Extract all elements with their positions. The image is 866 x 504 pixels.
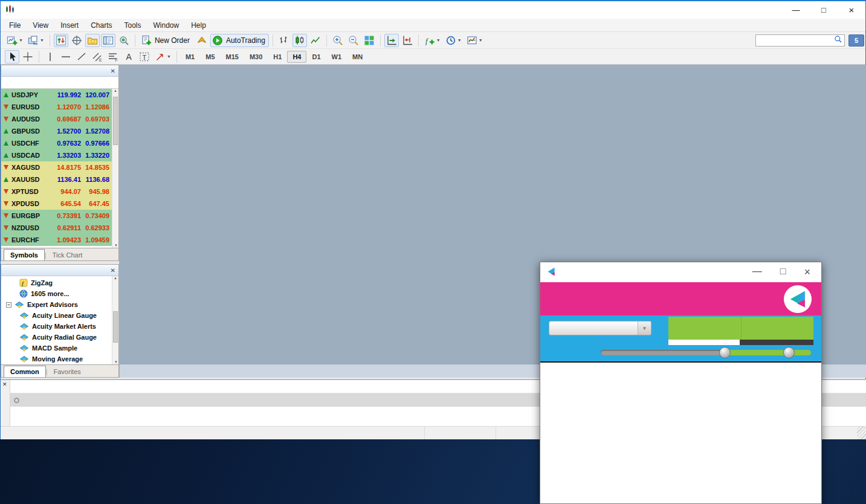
text-tool[interactable]: A: [121, 50, 136, 63]
horizontal-line-tool[interactable]: [59, 50, 73, 63]
templates-button[interactable]: ▼: [465, 34, 485, 47]
autoscroll-button[interactable]: [384, 34, 399, 47]
profiles-button[interactable]: ▼: [26, 34, 46, 47]
menu-help[interactable]: Help: [185, 19, 212, 31]
menu-window[interactable]: Window: [147, 19, 186, 31]
tab-common[interactable]: Common: [4, 366, 46, 377]
market-watch-row[interactable]: EURCHF1.094231.09459: [1, 234, 118, 246]
market-watch-scrollbar[interactable]: ▲▼: [112, 89, 118, 248]
cursor-tool[interactable]: [5, 50, 19, 63]
ask-cell: 1136.68: [81, 176, 111, 183]
menu-insert[interactable]: Insert: [54, 19, 85, 31]
navigator-item-macd-sample[interactable]: MACD Sample: [1, 343, 118, 354]
market-watch-row[interactable]: XAGUSD14.817514.8535: [1, 161, 118, 173]
search-box: [755, 34, 845, 47]
market-watch-row[interactable]: USDJPY119.992120.007: [1, 89, 118, 101]
resize-grip[interactable]: [857, 427, 866, 439]
tab-intraday[interactable]: [742, 317, 814, 340]
market-watch-row[interactable]: AUDUSD0.696870.69703: [1, 113, 118, 125]
tab-symbols[interactable]: Symbols: [4, 249, 45, 260]
confidence-slider[interactable]: [601, 347, 811, 359]
slider-handle-high[interactable]: [783, 347, 795, 358]
navigator-item-acuity-market-alerts[interactable]: Acuity Market Alerts: [1, 321, 118, 332]
trendline-tool[interactable]: [74, 50, 89, 63]
navigator-item-moving-average[interactable]: Moving Average: [1, 354, 118, 364]
timeframe-h4[interactable]: H4: [287, 51, 306, 63]
indicators-button[interactable]: f▼: [422, 34, 442, 47]
market-watch-close-icon[interactable]: ✕: [111, 68, 115, 74]
navigator-item-zigzag[interactable]: fZigZag: [1, 277, 118, 288]
window-close-button[interactable]: ×: [838, 1, 865, 19]
arrows-tool[interactable]: ▼: [153, 50, 173, 63]
tab-tick-chart[interactable]: Tick Chart: [47, 250, 89, 260]
timeframe-w1[interactable]: W1: [326, 51, 347, 63]
market-watch-toggle[interactable]: [54, 34, 68, 47]
timeframe-mn[interactable]: MN: [347, 51, 368, 63]
navigator-scrollbar[interactable]: ▲▼: [112, 276, 118, 364]
market-watch-row[interactable]: NZDUSD0.629110.62933: [1, 222, 118, 234]
market-watch-row[interactable]: XPTUSD944.07945.98: [1, 186, 118, 198]
new-chart-button[interactable]: ▼: [5, 34, 25, 47]
tab-favorites[interactable]: Favorites: [48, 366, 87, 377]
navigator-close-icon[interactable]: ✕: [111, 267, 115, 274]
timeframe-m1[interactable]: M1: [180, 51, 200, 63]
zoom-out-button[interactable]: [346, 34, 361, 47]
expert-advisors-button[interactable]: [195, 34, 209, 47]
instrument-filter-dropdown[interactable]: ▼: [549, 321, 651, 335]
navigator-item-acuity-radial-gauge[interactable]: Acuity Radial Gauge: [1, 332, 118, 343]
collapse-icon[interactable]: −: [6, 302, 11, 308]
slider-handle-low[interactable]: [719, 347, 731, 358]
vertical-line-tool[interactable]: [43, 50, 57, 63]
chart-shift-button[interactable]: [400, 34, 415, 47]
market-watch-row[interactable]: EURGBP0.733910.73409: [1, 210, 118, 222]
line-chart-button[interactable]: [308, 34, 323, 47]
periods-button[interactable]: ▼: [444, 34, 464, 47]
acuity-titlebar[interactable]: — □ ×: [540, 262, 821, 282]
tile-windows-button[interactable]: [362, 34, 376, 47]
window-minimize-button[interactable]: —: [782, 1, 810, 19]
market-watch-row[interactable]: GBPUSD1.527001.52708: [1, 125, 118, 137]
market-watch-row[interactable]: XAUUSD1136.411136.68: [1, 173, 118, 186]
candlestick-chart-button[interactable]: [292, 34, 307, 47]
market-watch-row[interactable]: USDCHF0.976320.97666: [1, 137, 118, 149]
acuity-maximize-button[interactable]: □: [780, 266, 786, 279]
navigator-item-expert-advisors[interactable]: −Expert Advisors: [1, 299, 118, 310]
market-watch-row[interactable]: XPDUSD645.54647.45: [1, 198, 118, 210]
timeframe-d1[interactable]: D1: [306, 51, 326, 63]
data-window-toggle[interactable]: [69, 34, 84, 47]
market-watch-row[interactable]: EURUSD1.120701.12086: [1, 101, 118, 113]
status-profile[interactable]: [425, 427, 496, 439]
symbol-cell: AUDUSD: [1, 115, 48, 123]
timeframe-m30[interactable]: M30: [244, 51, 268, 63]
autotrading-button[interactable]: AutoTrading: [210, 34, 269, 47]
text-label-tool[interactable]: T: [137, 50, 152, 63]
terminal-toggle[interactable]: [101, 34, 115, 47]
fibonacci-tool[interactable]: F: [106, 50, 120, 63]
menu-tools[interactable]: Tools: [118, 19, 147, 31]
navigator-toggle[interactable]: [85, 34, 100, 47]
menu-view[interactable]: View: [27, 19, 54, 31]
ask-cell: 1.33220: [81, 152, 111, 159]
menu-file[interactable]: File: [3, 19, 27, 31]
strategy-tester-toggle[interactable]: [117, 34, 131, 47]
zoom-in-button[interactable]: [331, 34, 345, 47]
search-icon[interactable]: [832, 35, 844, 46]
search-input[interactable]: [756, 37, 832, 44]
menu-charts[interactable]: Charts: [85, 19, 118, 31]
new-order-button[interactable]: New Order: [139, 34, 193, 47]
tab-daily[interactable]: [668, 317, 742, 340]
timeframe-m15[interactable]: M15: [221, 51, 244, 63]
timeframe-h1[interactable]: H1: [268, 51, 287, 63]
acuity-close-button[interactable]: ×: [804, 266, 810, 279]
terminal-close-icon[interactable]: ✕: [2, 381, 7, 387]
crosshair-tool[interactable]: [21, 50, 35, 63]
window-maximize-button[interactable]: □: [810, 1, 838, 19]
equidistant-channel-tool[interactable]: E: [90, 50, 105, 63]
acuity-minimize-button[interactable]: —: [752, 266, 762, 279]
navigator-item-acuity-linear-gauge[interactable]: Acuity Linear Gauge: [1, 310, 118, 321]
market-watch-row[interactable]: USDCAD1.332031.33220: [1, 149, 118, 161]
navigator-item-1605-more[interactable]: 1605 more...: [1, 288, 118, 299]
timeframe-m5[interactable]: M5: [200, 51, 220, 63]
notifications-button[interactable]: 5: [848, 34, 864, 47]
bar-chart-button[interactable]: [277, 34, 291, 47]
